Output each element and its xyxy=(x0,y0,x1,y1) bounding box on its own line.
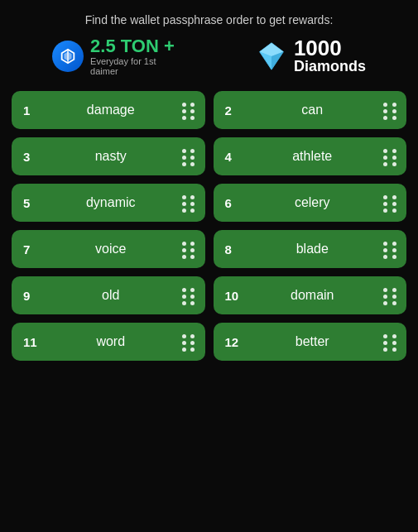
drag-handle-icon xyxy=(182,195,197,210)
word-card[interactable]: 5dynamic xyxy=(12,184,205,222)
word-number: 6 xyxy=(225,196,242,210)
diamond-text: 1000 Diamonds xyxy=(294,37,366,75)
diamond-amount: 1000 xyxy=(294,37,366,59)
word-text: voice xyxy=(46,242,175,256)
drag-handle-icon xyxy=(182,288,197,303)
ton-icon xyxy=(52,41,84,72)
word-number: 4 xyxy=(225,150,242,164)
word-card[interactable]: 12better xyxy=(214,323,407,361)
ton-amount: 2.5 TON + xyxy=(90,36,175,56)
ton-subtitle: Everyday for 1st xyxy=(90,56,175,66)
word-card[interactable]: 4athlete xyxy=(214,137,407,175)
word-text: can xyxy=(248,103,377,117)
word-card[interactable]: 1damage xyxy=(12,91,205,129)
drag-handle-icon xyxy=(383,334,398,349)
diamond-icon xyxy=(256,41,287,72)
word-number: 2 xyxy=(225,103,242,117)
word-text: damage xyxy=(46,103,175,117)
word-text: old xyxy=(46,288,175,303)
word-card[interactable]: 7voice xyxy=(12,230,205,268)
ton-text: 2.5 TON + Everyday for 1st daimer xyxy=(90,36,175,76)
word-card[interactable]: 11word xyxy=(12,323,205,361)
drag-handle-icon xyxy=(383,103,398,117)
word-number: 3 xyxy=(23,150,40,164)
word-number: 8 xyxy=(225,242,242,256)
drag-handle-icon xyxy=(383,195,398,210)
word-number: 10 xyxy=(225,289,242,303)
word-text: blade xyxy=(248,242,377,256)
word-number: 9 xyxy=(23,289,40,303)
word-text: domain xyxy=(248,288,377,303)
word-number: 12 xyxy=(225,335,242,349)
ton-reward: 2.5 TON + Everyday for 1st daimer xyxy=(52,36,175,76)
drag-handle-icon xyxy=(383,242,398,256)
words-grid: 1damage2can3nasty4athlete5dynamic6celery… xyxy=(12,91,406,361)
word-number: 5 xyxy=(23,196,40,210)
word-number: 11 xyxy=(23,335,40,349)
word-card[interactable]: 10domain xyxy=(214,276,407,314)
word-card[interactable]: 9old xyxy=(12,276,205,314)
word-card[interactable]: 2can xyxy=(214,91,407,129)
word-card[interactable]: 3nasty xyxy=(12,137,205,175)
rewards-row: 2.5 TON + Everyday for 1st daimer 1000 D… xyxy=(12,36,406,76)
drag-handle-icon xyxy=(383,149,398,164)
word-text: athlete xyxy=(248,149,377,164)
word-number: 7 xyxy=(23,242,40,256)
ton-subtitle2: daimer xyxy=(90,66,175,76)
diamonds-reward: 1000 Diamonds xyxy=(256,37,366,75)
header-title: Find the wallet passphrase order to get … xyxy=(85,13,334,26)
word-text: word xyxy=(46,334,175,349)
word-card[interactable]: 8blade xyxy=(214,230,407,268)
drag-handle-icon xyxy=(182,103,197,117)
word-text: celery xyxy=(248,195,377,210)
diamond-label: Diamonds xyxy=(294,59,366,75)
word-text: dynamic xyxy=(46,195,175,210)
drag-handle-icon xyxy=(182,242,197,256)
word-text: nasty xyxy=(46,149,175,164)
drag-handle-icon xyxy=(182,149,197,164)
drag-handle-icon xyxy=(383,288,398,303)
word-card[interactable]: 6celery xyxy=(214,184,407,222)
word-text: better xyxy=(248,334,377,349)
drag-handle-icon xyxy=(182,334,197,349)
word-number: 1 xyxy=(23,103,40,117)
